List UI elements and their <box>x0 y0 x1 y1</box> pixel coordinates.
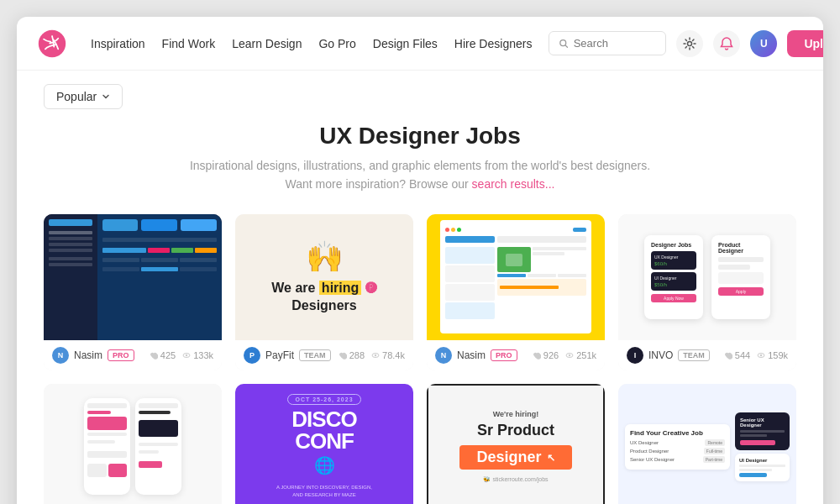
shot-author: P PayFit TEAM <box>244 347 331 364</box>
heart-icon <box>533 351 541 360</box>
job-tag-3: Part-time <box>703 456 725 463</box>
job-tag-1: Remote <box>705 439 725 446</box>
shot-card[interactable]: We're hiring! Sr Product Designer ↖ 🐝 st… <box>427 384 605 504</box>
views-stat: 251k <box>565 350 596 360</box>
navbar: Inspiration Find Work Learn Design Go Pr… <box>17 17 823 71</box>
views-stat: 159k <box>757 350 788 360</box>
search-input[interactable] <box>574 37 656 50</box>
likes-stat: 544 <box>724 350 750 360</box>
hands-emoji: 🙌 <box>306 239 344 275</box>
shots-grid: N Nasim PRO 425 133k <box>44 214 796 504</box>
pro-badge: PRO <box>491 349 517 361</box>
popular-label: Popular <box>56 90 97 103</box>
likes-stat: 425 <box>150 350 176 360</box>
stickerroute-label: 🐝 stickerroute.com/jobs <box>483 476 548 483</box>
shot-card[interactable]: N Nasim PRO 425 133k <box>44 214 222 370</box>
eye-icon <box>182 351 191 360</box>
shot-thumbnail: 🙌 We are hiring 🅟Designers <box>235 214 413 340</box>
author-name: PayFit <box>265 349 294 361</box>
shot-thumbnail: Find Your Creative Job UX Designer Remot… <box>618 384 796 504</box>
popular-dropdown[interactable]: Popular <box>44 84 123 109</box>
shot-card[interactable] <box>44 384 222 504</box>
shot-thumbnail <box>44 384 222 504</box>
cursor-icon: ↖ <box>547 452 555 464</box>
phone-card-1: Designer Jobs UX Designer $60/h UI Desig… <box>644 235 703 319</box>
shot8-white-card: UI Designer <box>735 454 790 481</box>
author-name: INVO <box>648 349 673 361</box>
phone-card-2: Product Designer Apply <box>711 235 770 319</box>
shot-card[interactable]: OCT 25-26, 2023 DISCOCONF 🌐 A JOURNEY IN… <box>235 384 413 504</box>
shot-card[interactable]: Find Your Creative Job UX Designer Remot… <box>618 384 796 504</box>
shot-meta: I INVO TEAM 544 159k <box>618 340 796 370</box>
disco-subtitle: A JOURNEY INTO DISCOVERY, DESIGN,AND RES… <box>276 484 372 499</box>
logo[interactable] <box>37 29 67 59</box>
chevron-down-icon <box>102 92 110 101</box>
likes-stat: 288 <box>339 350 365 360</box>
author-avatar: P <box>244 347 260 364</box>
browser-window: Inspiration Find Work Learn Design Go Pr… <box>17 17 823 504</box>
nav-go-pro[interactable]: Go Pro <box>318 37 355 50</box>
main-content: Popular UX Designer Jobs Inspirational d… <box>17 71 823 504</box>
shot-meta: N Nasim PRO 926 251k <box>427 340 605 370</box>
shot-card[interactable]: N Nasim PRO 926 251k <box>427 214 605 370</box>
phone-mockup-1 <box>84 398 130 495</box>
notifications-icon-btn[interactable] <box>713 30 740 57</box>
views-stat: 78.4k <box>371 350 405 360</box>
nav-design-files[interactable]: Design Files <box>373 37 438 50</box>
bell-icon <box>720 37 733 50</box>
eye-icon <box>565 351 574 360</box>
shot-card[interactable]: Designer Jobs UX Designer $60/h UI Desig… <box>618 214 796 370</box>
disco-globe: 🌐 <box>314 455 335 475</box>
svg-point-8 <box>569 354 570 356</box>
heart-icon <box>724 351 732 360</box>
eye-icon <box>757 351 765 360</box>
upload-button[interactable]: Upload <box>787 30 823 57</box>
phone-mockup-2 <box>135 398 181 495</box>
author-name: Nasim <box>457 349 486 361</box>
views-stat: 133k <box>182 350 213 360</box>
job-name-2: Product Designer <box>630 449 669 454</box>
svg-point-1 <box>560 39 566 45</box>
sr-product-title: Sr Product <box>477 422 554 440</box>
nav-inspiration[interactable]: Inspiration <box>91 37 145 50</box>
shot-card[interactable]: 🙌 We are hiring 🅟Designers P PayFit TEAM <box>235 214 413 370</box>
shot8-left-panel: Find Your Creative Job UX Designer Remot… <box>625 424 730 470</box>
nav-learn-design[interactable]: Learn Design <box>232 37 302 50</box>
shot-thumbnail <box>44 214 222 340</box>
hiring-text: We are hiring 🅟Designers <box>271 280 377 315</box>
team-badge: TEAM <box>678 349 710 361</box>
disco-title: DISCOCONF <box>291 408 356 452</box>
shot-author: N Nasim PRO <box>52 347 134 364</box>
author-avatar: N <box>435 347 452 364</box>
job-name-1: UX Designer <box>630 440 659 445</box>
shot-stats: 288 78.4k <box>339 350 405 360</box>
shot-stats: 926 251k <box>533 350 596 360</box>
hiring-label: We're hiring! <box>493 410 538 418</box>
page-header: UX Designer Jobs Inspirational designs, … <box>44 123 796 194</box>
shot-thumbnail <box>427 214 605 340</box>
nav-hire-designers[interactable]: Hire Designers <box>454 37 533 50</box>
shot8-right-panel: Senior UX Designer UI Designer <box>735 412 790 481</box>
shot-thumbnail: We're hiring! Sr Product Designer ↖ 🐝 st… <box>427 384 605 504</box>
shot-meta: P PayFit TEAM 288 78.4k <box>235 340 413 370</box>
svg-point-4 <box>186 354 187 356</box>
dark-card-title: Senior UX Designer <box>740 417 785 428</box>
user-avatar[interactable]: U <box>750 30 777 57</box>
shot-author: N Nasim PRO <box>435 347 517 364</box>
svg-point-10 <box>760 354 762 356</box>
shot8-dark-card: Senior UX Designer <box>735 412 790 450</box>
search-results-link[interactable]: search results... <box>472 177 555 191</box>
svg-point-6 <box>375 354 376 356</box>
search-box[interactable] <box>549 31 666 55</box>
phone-card-title: Designer Jobs <box>651 242 696 248</box>
team-badge: TEAM <box>299 349 331 361</box>
author-avatar: I <box>627 347 643 364</box>
nav-find-work[interactable]: Find Work <box>162 37 216 50</box>
author-name: Nasim <box>74 349 102 361</box>
search-icon <box>559 39 568 49</box>
shot-stats: 544 159k <box>724 350 788 360</box>
shot-meta: N Nasim PRO 425 133k <box>44 340 222 370</box>
settings-icon-btn[interactable] <box>676 30 703 57</box>
job-tag-2: Full-time <box>704 448 725 454</box>
settings-icon <box>683 37 696 50</box>
